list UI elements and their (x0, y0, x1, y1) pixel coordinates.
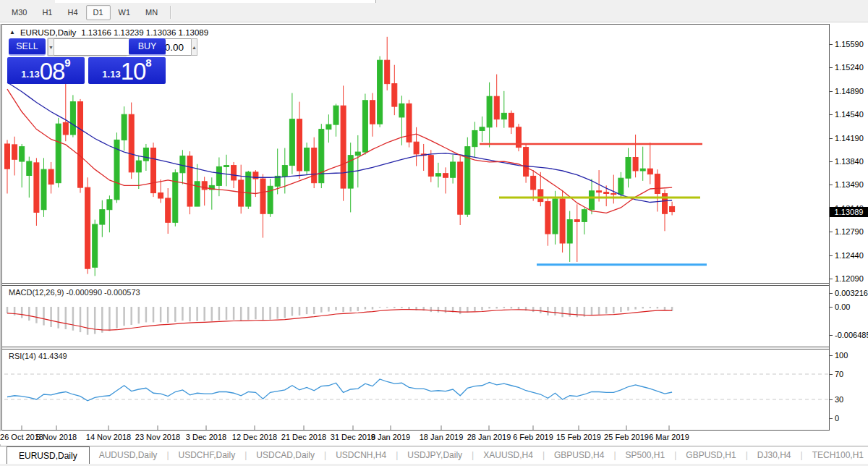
chart-tab-usdcad-daily[interactable]: USDCAD,Daily (247, 446, 324, 464)
timeframe-button-m30[interactable]: M30 (4, 5, 34, 20)
candle-body[interactable] (312, 148, 317, 183)
candle-body[interactable] (100, 210, 105, 224)
timeframe-button-h1[interactable]: H1 (35, 5, 59, 20)
macd-histogram-bar[interactable] (401, 307, 403, 308)
macd-histogram-bar[interactable] (233, 307, 235, 320)
macd-histogram-bar[interactable] (445, 307, 447, 313)
candle-body[interactable] (20, 147, 25, 161)
right-price-axis[interactable]: 1.155901.152401.148901.145401.141901.138… (830, 24, 868, 431)
macd-histogram-bar[interactable] (167, 307, 169, 323)
macd-histogram-bar[interactable] (145, 307, 148, 322)
candle-body[interactable] (231, 166, 237, 180)
candle-body[interactable] (297, 119, 302, 171)
chart-tab-usdchf-daily[interactable]: USDCHF,Daily (169, 446, 245, 464)
chart-tab-xauusd-h4[interactable]: XAUUSD,H4 (474, 446, 542, 464)
buy-price-box[interactable]: 1.13108 (88, 57, 166, 84)
macd-histogram-bar[interactable] (57, 307, 59, 329)
macd-histogram-bar[interactable] (591, 307, 593, 315)
candle-body[interactable] (633, 157, 638, 171)
candle-body[interactable] (582, 210, 587, 222)
macd-histogram-bar[interactable] (247, 307, 250, 320)
candle-body[interactable] (560, 199, 565, 243)
macd-histogram-bar[interactable] (664, 307, 666, 310)
candle-body[interactable] (136, 161, 141, 172)
macd-histogram-bar[interactable] (269, 307, 271, 320)
macd-histogram-bar[interactable] (101, 307, 103, 333)
chart-tab-dj30-h4[interactable]: DJ30,H4 (748, 446, 801, 464)
macd-histogram-bar[interactable] (262, 307, 264, 320)
chart-tab-gbpusd-h1[interactable]: GBPUSD,H1 (676, 446, 745, 464)
candle-body[interactable] (597, 191, 602, 192)
macd-histogram-bar[interactable] (620, 307, 622, 312)
candle-body[interactable] (590, 191, 595, 210)
candle-body[interactable] (545, 202, 550, 234)
candle-body[interactable] (655, 174, 660, 194)
macd-histogram-bar[interactable] (292, 307, 294, 316)
candle-body[interactable] (93, 224, 98, 267)
timeframe-button-w1[interactable]: W1 (111, 5, 138, 20)
candle-body[interactable] (538, 190, 543, 202)
ma-slow-line[interactable] (7, 82, 672, 203)
macd-histogram-bar[interactable] (138, 307, 140, 323)
macd-histogram-bar[interactable] (569, 307, 571, 317)
candle-body[interactable] (143, 148, 148, 161)
macd-histogram-bar[interactable] (35, 307, 38, 323)
candle-body[interactable] (494, 96, 499, 119)
macd-histogram-bar[interactable] (218, 307, 221, 320)
timeframe-button-d1[interactable]: D1 (86, 5, 111, 20)
candle-body[interactable] (611, 193, 616, 194)
macd-histogram-bar[interactable] (561, 307, 563, 317)
candle-body[interactable] (487, 96, 492, 127)
candle-body[interactable] (107, 200, 112, 210)
candle-body[interactable] (319, 130, 324, 183)
macd-signal-line[interactable] (7, 310, 672, 331)
candle-body[interactable] (362, 101, 367, 152)
candle-body[interactable] (574, 220, 579, 222)
volume-increase-button[interactable]: ▲ (191, 38, 197, 56)
candle-body[interactable] (41, 169, 46, 210)
candle-body[interactable] (129, 114, 134, 172)
macd-histogram-bar[interactable] (342, 307, 344, 312)
volume-decrease-button[interactable]: ▼ (48, 38, 54, 56)
candle-body[interactable] (370, 101, 375, 124)
sell-button[interactable]: SELL (9, 38, 46, 56)
macd-histogram-bar[interactable] (116, 307, 118, 329)
macd-histogram-bar[interactable] (313, 307, 315, 314)
candle-body[interactable] (326, 124, 331, 129)
macd-histogram-bar[interactable] (182, 307, 184, 321)
candle-body[interactable] (48, 169, 54, 184)
candle-body[interactable] (443, 174, 448, 178)
macd-histogram-bar[interactable] (650, 307, 652, 308)
macd-histogram-bar[interactable] (657, 307, 659, 308)
macd-histogram-bar[interactable] (284, 307, 286, 318)
macd-histogram-bar[interactable] (372, 307, 374, 310)
chart-tab-usdcnh-h4[interactable]: USDCNH,H4 (326, 446, 396, 464)
sell-price-box[interactable]: 1.13089 (7, 57, 85, 84)
macd-histogram-bar[interactable] (196, 307, 198, 321)
candle-body[interactable] (531, 176, 536, 190)
candle-body[interactable] (282, 166, 287, 177)
macd-histogram-bar[interactable] (365, 307, 367, 310)
macd-histogram-bar[interactable] (430, 307, 433, 312)
macd-histogram-bar[interactable] (153, 307, 155, 322)
macd-histogram-bar[interactable] (393, 307, 396, 308)
candle-body[interactable] (180, 156, 185, 173)
macd-histogram-bar[interactable] (488, 307, 490, 308)
candle-body[interactable] (524, 148, 529, 177)
macd-histogram-bar[interactable] (328, 307, 330, 312)
macd-histogram-bar[interactable] (474, 307, 476, 311)
candle-body[interactable] (260, 179, 265, 213)
macd-histogram-bar[interactable] (123, 307, 125, 326)
macd-histogram-bar[interactable] (540, 307, 542, 313)
candle-body[interactable] (78, 102, 83, 188)
candle-body[interactable] (5, 144, 10, 169)
macd-histogram-bar[interactable] (335, 307, 337, 310)
macd-histogram-bar[interactable] (547, 307, 549, 315)
candle-body[interactable] (480, 127, 485, 131)
candle-body[interactable] (618, 178, 624, 194)
candle-body[interactable] (85, 187, 90, 268)
candle-body[interactable] (392, 84, 397, 106)
macd-histogram-bar[interactable] (255, 307, 257, 319)
macd-histogram-bar[interactable] (613, 307, 615, 313)
candle-body[interactable] (626, 157, 631, 178)
